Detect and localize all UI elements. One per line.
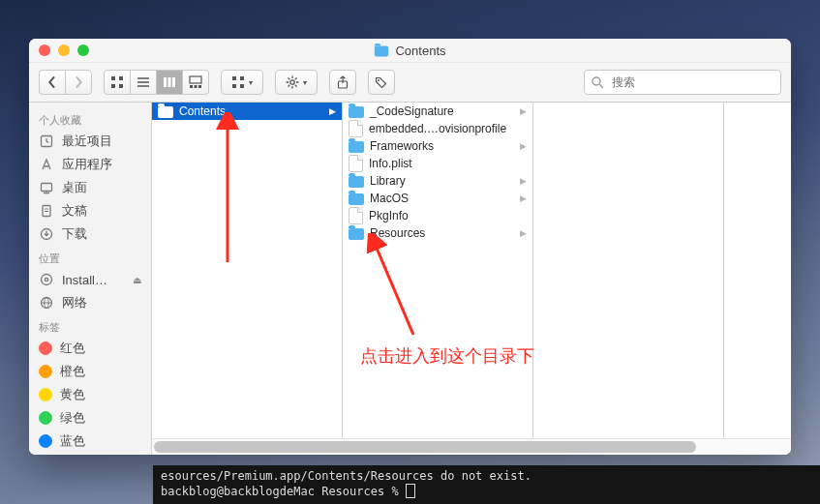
sidebar-item-desktop[interactable]: 桌面 [29,176,151,199]
file-row[interactable]: Resources▶ [343,224,532,242]
file-row[interactable]: MacOS▶ [343,190,532,207]
sidebar-tag-orange[interactable]: 橙色 [29,360,151,383]
chevron-right-icon: ▶ [520,176,527,186]
nav-group [39,70,92,95]
close-button[interactable] [39,44,50,56]
desktop: Contents ▾ ▾ [0,0,820,504]
chevron-down-icon: ▾ [249,78,253,87]
file-row[interactable]: embedded.…ovisionprofile [343,120,532,137]
sidebar-item-label: 应用程序 [62,156,112,173]
group-by-button[interactable]: ▾ [221,70,263,95]
svg-rect-15 [240,76,244,80]
search-icon [591,75,604,89]
sidebar-tag-red[interactable]: 红色 [29,337,151,360]
tag-dot-icon [39,434,52,448]
scrollbar-thumb[interactable] [154,441,696,453]
zoom-button[interactable] [77,44,89,56]
sidebar-tag-blue[interactable]: 蓝色 [29,430,151,453]
tag-dot-icon [39,411,52,425]
svg-line-26 [288,85,289,87]
sidebar-item-label: 黄色 [60,386,85,403]
list-icon [137,75,150,89]
file-icon [349,155,363,172]
finder-window: Contents ▾ ▾ [29,39,791,455]
back-button[interactable] [39,70,65,95]
gear-icon [286,75,299,89]
sidebar-item-documents[interactable]: 文稿 [29,199,151,222]
horizontal-scrollbar[interactable] [152,438,791,455]
view-gallery-button[interactable] [183,70,209,95]
file-row[interactable]: PkgInfo [343,207,532,224]
desktop-icon [39,180,54,195]
svg-point-28 [378,79,380,81]
action-button[interactable]: ▾ [275,70,318,95]
file-name: MacOS [370,192,409,205]
svg-rect-32 [42,184,52,192]
chevron-right-icon: ▶ [520,141,527,151]
svg-line-23 [288,77,289,79]
sidebar-tag-yellow[interactable]: 黄色 [29,383,151,406]
apps-icon [39,157,54,172]
sidebar: 个人收藏 最近项目 应用程序 桌面 文稿 下载 位置 Install…⏏ 网络 … [29,103,152,455]
file-name: Resources [370,226,425,240]
search-field[interactable] [584,70,781,95]
tag-dot-icon [39,365,52,378]
svg-point-18 [290,80,294,84]
file-name: Frameworks [370,139,434,153]
file-row[interactable]: Library▶ [343,172,532,190]
share-icon [336,75,349,89]
view-list-button[interactable] [131,70,157,95]
sidebar-item-recents[interactable]: 最近项目 [29,130,151,153]
folder-icon [349,193,364,205]
view-mode-segment [104,70,209,95]
minimize-button[interactable] [58,44,70,56]
tags-button[interactable] [368,70,395,95]
folder-icon [349,228,364,240]
chevron-right-icon [72,75,85,89]
svg-rect-11 [190,85,193,88]
file-row[interactable]: Frameworks▶ [343,137,532,155]
terminal-cursor [406,484,415,498]
chevron-right-icon: ▶ [520,106,527,116]
sidebar-tag-green[interactable]: 绿色 [29,406,151,430]
sidebar-item-label: 红色 [60,340,85,357]
downloads-icon [39,226,54,242]
file-icon [349,207,363,224]
file-row[interactable]: Info.plist [343,155,532,172]
share-button[interactable] [329,70,356,95]
file-name: Library [370,174,406,188]
svg-rect-8 [168,77,171,87]
sidebar-item-downloads[interactable]: 下载 [29,222,151,246]
svg-rect-17 [240,84,244,88]
view-columns-button[interactable] [157,70,183,95]
sidebar-section-locations: 位置 [29,246,151,268]
view-icon-button[interactable] [104,70,131,95]
svg-rect-10 [190,76,201,83]
svg-line-25 [295,77,297,79]
eject-icon[interactable]: ⏏ [133,275,141,285]
grid-icon [110,75,124,89]
file-row-contents[interactable]: Contents▶ [152,103,342,120]
globe-icon [39,295,54,311]
gallery-icon [189,75,202,89]
sidebar-item-label: 网络 [62,294,87,311]
sidebar-item-network[interactable]: 网络 [29,291,151,314]
folder-icon [158,106,173,118]
svg-rect-9 [172,77,175,87]
search-input[interactable] [610,74,774,90]
disc-icon [39,272,54,287]
tag-dot-icon [39,388,52,401]
sidebar-item-applications[interactable]: 应用程序 [29,153,151,176]
sidebar-item-install-disk[interactable]: Install…⏏ [29,268,151,291]
forward-button[interactable] [65,70,92,95]
folder-icon [375,45,388,56]
folder-icon [349,141,364,153]
file-row[interactable]: _CodeSignature▶ [343,103,532,120]
chevron-right-icon: ▶ [520,193,527,203]
clock-icon [39,133,54,149]
file-name: _CodeSignature [370,104,454,118]
column-2: _CodeSignature▶ embedded.…ovisionprofile… [343,103,533,455]
sidebar-item-label: Install… [62,273,107,287]
svg-rect-16 [232,84,236,88]
svg-rect-12 [195,85,197,88]
